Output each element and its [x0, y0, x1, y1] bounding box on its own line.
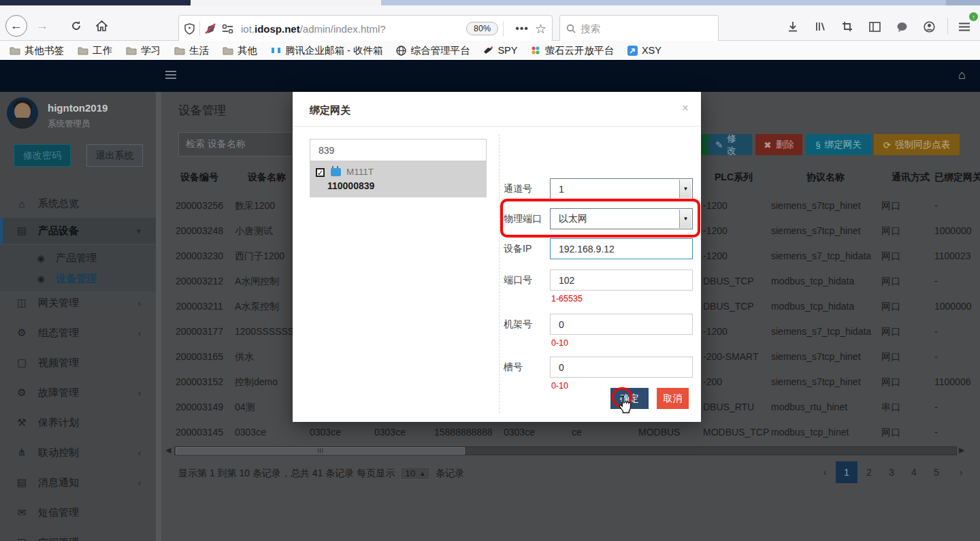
table-cell[interactable]: -200-SMART — [703, 351, 758, 362]
table-cell[interactable]: 1100006 — [934, 376, 970, 387]
page-size-select[interactable]: 10▲ — [400, 467, 430, 480]
table-cell[interactable]: 0303ce — [235, 427, 266, 438]
table-header-2[interactable]: 设备名称 — [248, 171, 286, 184]
table-cell-extra[interactable]: ce — [572, 427, 582, 438]
table-cell[interactable]: 200003211 — [176, 301, 223, 312]
sidebar-item-4[interactable]: ◉设备管理 — [0, 265, 156, 291]
table-cell[interactable]: siemens_s7tcp_hinet — [771, 376, 861, 387]
pager-page-3[interactable]: 3 — [881, 461, 902, 483]
pager-page-5[interactable]: 5 — [926, 461, 947, 483]
table-cell[interactable]: DBUS_TCP — [703, 301, 754, 312]
table-cell[interactable]: -1200 — [703, 250, 728, 261]
sidebar-item-5[interactable]: ◫网关管理‹ — [0, 290, 156, 316]
screenshot-icon[interactable] — [838, 18, 856, 35]
table-cell[interactable]: - — [934, 326, 938, 337]
bookmark-item[interactable]: 学习 — [126, 44, 161, 57]
hscroll-left-arrow[interactable]: ◀ — [165, 446, 171, 455]
table-cell[interactable]: 1200SSSSSS — [235, 326, 294, 337]
shield-icon[interactable] — [184, 23, 195, 35]
force-sync-button[interactable]: ⟳强制同步点表 — [874, 134, 960, 155]
table-cell-extra[interactable]: 0303ce — [374, 427, 406, 438]
page-actions-button[interactable]: ••• — [515, 22, 529, 35]
table-cell[interactable]: - — [934, 200, 938, 211]
table-cell[interactable]: 网口 — [881, 250, 900, 263]
forward-button[interactable]: → — [31, 15, 53, 37]
table-cell[interactable]: 网口 — [881, 326, 900, 338]
gateway-checkbox[interactable]: ✓ — [316, 168, 325, 177]
sidebar-item-6[interactable]: ⚙组态管理‹ — [0, 320, 156, 346]
pager-page-4[interactable]: 4 — [903, 461, 925, 483]
table-cell[interactable]: modbus_rtu_hinet — [771, 401, 847, 412]
pager-page-1[interactable]: 1 — [836, 461, 858, 483]
bookmark-item[interactable]: 生活 — [174, 44, 209, 57]
bookmark-item[interactable]: 腾讯企业邮箱 - 收件箱 — [271, 44, 382, 57]
table-cell[interactable]: siemens_s7tcp_hinet — [771, 225, 861, 236]
sidebar-toggle-icon[interactable] — [866, 18, 883, 35]
table-cell[interactable]: 200003230 — [176, 250, 223, 261]
table-cell[interactable]: modbus_tcp_hidata — [771, 276, 854, 286]
downloads-icon[interactable] — [784, 18, 802, 35]
change-password-button[interactable]: 修改密码 — [14, 144, 71, 167]
account-icon[interactable] — [920, 18, 938, 35]
table-cell[interactable]: 200003177 — [176, 326, 223, 337]
table-cell[interactable]: - — [934, 351, 938, 362]
bookmark-item[interactable]: 其他书签 — [10, 44, 64, 57]
bookmark-item[interactable]: 萤石云开放平台 — [531, 44, 614, 57]
table-header-1[interactable]: 设备编号 — [180, 171, 218, 184]
logout-button[interactable]: 退出系统 — [86, 144, 143, 167]
home-button[interactable] — [91, 15, 112, 37]
pager-next[interactable]: › — [950, 461, 972, 483]
table-cell[interactable]: 西门子1200 — [235, 250, 284, 263]
table-cell[interactable]: - — [934, 276, 938, 286]
table-cell[interactable]: 网口 — [881, 200, 900, 212]
url-bar[interactable]: iot.idosp.net/admin/index.html? 80% ••• … — [178, 15, 553, 42]
table-cell[interactable]: modbus_tcp_hinet — [771, 427, 849, 438]
table-cell-extra[interactable]: 15888888888 — [434, 427, 493, 438]
sidebar-item-2[interactable]: ▤产品设备▾ — [0, 218, 156, 244]
edit-button[interactable]: ✎修改 — [708, 134, 752, 155]
table-cell[interactable]: DBUS_TCP — [703, 276, 754, 286]
table-cell[interactable]: siemens_s7tcp_hinet — [771, 200, 861, 211]
sidebar-item-10[interactable]: ⋔联动控制‹ — [0, 440, 156, 465]
bookmark-star-icon[interactable]: ☆ — [535, 21, 546, 37]
table-cell[interactable]: siemens_s7tcp_hinet — [771, 351, 861, 362]
reload-button[interactable] — [65, 15, 87, 37]
app-home-icon[interactable]: ⌂ — [958, 68, 966, 82]
table-cell[interactable]: modbus_tcp_hidata — [771, 301, 854, 312]
form-select-1[interactable]: 1▼ — [550, 178, 693, 199]
bookmark-item[interactable]: XSY — [627, 45, 662, 56]
browser-search-input[interactable]: 搜索 — [559, 15, 719, 42]
url-text[interactable]: iot.idosp.net/admin/index.html? — [241, 23, 386, 35]
table-header-4[interactable]: 协议名称 — [806, 171, 845, 184]
table-cell[interactable]: 控制demo — [235, 376, 278, 389]
gateway-list-item[interactable]: ✓ M111T 110000839 — [310, 161, 487, 197]
sidebar-collapse-icon[interactable] — [165, 71, 176, 80]
table-cell[interactable]: 200003152 — [176, 376, 223, 387]
table-cell-extra[interactable]: MODBUS — [638, 427, 680, 438]
form-input-6[interactable]: 0 — [550, 357, 693, 378]
table-cell[interactable]: -1200 — [703, 225, 728, 236]
table-cell[interactable]: - — [934, 401, 938, 412]
table-cell[interactable]: -1200 — [703, 200, 728, 211]
dropdown-arrow-icon[interactable]: ▼ — [679, 180, 691, 198]
table-cell[interactable]: 串口 — [881, 401, 900, 414]
table-cell[interactable]: 04测 — [235, 401, 255, 414]
sidebar-scrollbar[interactable] — [156, 92, 161, 541]
table-cell[interactable]: 网口 — [881, 225, 900, 237]
library-icon[interactable] — [811, 18, 829, 35]
insecure-pencil-icon[interactable] — [205, 23, 217, 34]
table-cell[interactable]: 200003212 — [176, 276, 223, 286]
table-cell[interactable]: 1000000 — [934, 225, 972, 236]
sidebar-item-9[interactable]: ⚒保养计划 — [0, 410, 156, 436]
table-cell[interactable]: 数采1200 — [235, 200, 275, 212]
table-cell[interactable]: MODBUS_TCP — [703, 427, 769, 438]
form-input-3[interactable]: 192.168.9.12 — [550, 238, 693, 259]
table-cell[interactable]: -1200 — [703, 326, 728, 337]
bind-gateway-button[interactable]: §绑定网关 — [806, 134, 871, 155]
delete-button[interactable]: ✖删除 — [755, 134, 802, 155]
table-cell[interactable]: 网口 — [881, 427, 900, 439]
table-cell[interactable]: 1000000 — [934, 301, 972, 312]
sidebar-item-1[interactable]: ⌂系统总览 — [0, 191, 156, 216]
table-cell[interactable]: A水闸控制 — [235, 276, 279, 288]
pager-prev[interactable]: ‹ — [814, 461, 836, 483]
